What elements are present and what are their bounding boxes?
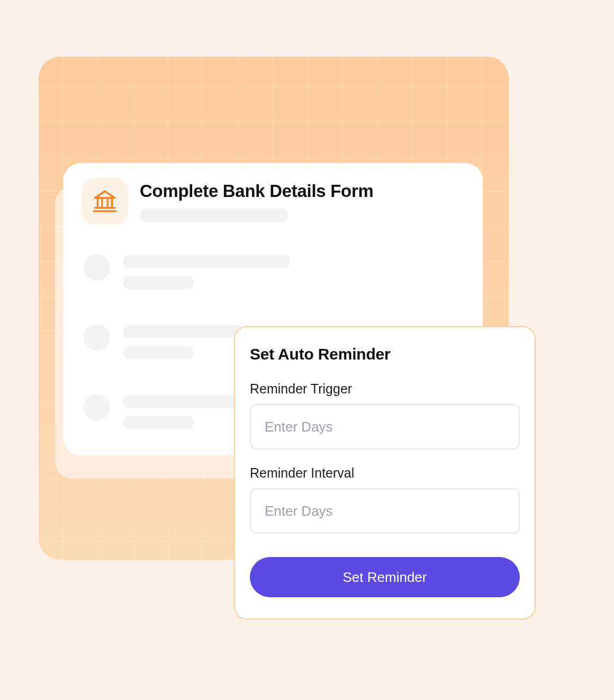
placeholder-line xyxy=(123,346,194,359)
placeholder-line xyxy=(123,416,194,429)
bank-icon xyxy=(92,188,118,214)
reminder-interval-input[interactable] xyxy=(250,488,520,534)
subtitle-placeholder xyxy=(140,209,288,222)
list-item-lines xyxy=(123,394,245,429)
list-item-avatar xyxy=(84,254,110,281)
placeholder-line xyxy=(123,325,245,338)
list-item-avatar xyxy=(84,324,110,351)
form-icon-container xyxy=(82,178,128,225)
auto-reminder-card: Set Auto Reminder Reminder Trigger Remin… xyxy=(234,326,536,620)
form-header: Complete Bank Details Form xyxy=(82,178,465,225)
reminder-trigger-input[interactable] xyxy=(250,404,520,450)
reminder-interval-label: Reminder Interval xyxy=(250,465,520,481)
reminder-trigger-field: Reminder Trigger xyxy=(250,381,520,450)
placeholder-line xyxy=(123,395,245,408)
reminder-trigger-label: Reminder Trigger xyxy=(250,381,520,397)
placeholder-line xyxy=(123,255,290,268)
list-item xyxy=(82,254,465,289)
reminder-title: Set Auto Reminder xyxy=(250,345,520,363)
placeholder-line xyxy=(123,276,194,289)
list-item-lines xyxy=(123,254,290,289)
list-item-lines xyxy=(123,324,245,359)
form-title-wrap: Complete Bank Details Form xyxy=(140,178,373,222)
form-title: Complete Bank Details Form xyxy=(140,181,373,201)
set-reminder-button[interactable]: Set Reminder xyxy=(250,557,520,597)
reminder-interval-field: Reminder Interval xyxy=(250,465,520,534)
list-item-avatar xyxy=(84,394,110,420)
